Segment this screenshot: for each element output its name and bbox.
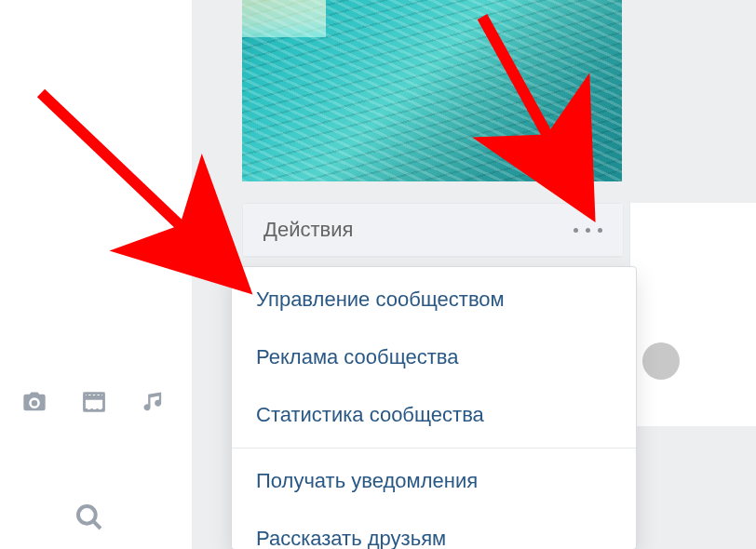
avatar [642,342,680,380]
panel-gap [192,0,210,549]
actions-button[interactable]: Действия [243,204,623,257]
right-column [629,203,756,426]
dropdown-item-manage[interactable]: Управление сообществом [232,267,636,328]
camera-icon[interactable] [20,389,48,419]
svg-line-2 [94,522,101,529]
dropdown-separator [232,448,636,449]
video-icon[interactable] [80,389,108,419]
dropdown-item-stats[interactable]: Статистика сообщества [232,386,636,444]
actions-block: Действия [242,203,624,258]
music-icon[interactable] [140,389,168,419]
left-panel [0,0,210,549]
cover-highlight [242,0,326,37]
dropdown-item-advert[interactable]: Реклама сообщества [232,328,636,386]
svg-point-1 [78,506,96,524]
search-icon[interactable] [74,502,104,536]
dropdown-item-notify[interactable]: Получать уведомления [232,452,636,510]
actions-dropdown: Управление сообществом Реклама сообществ… [231,266,637,549]
media-toolbar [20,389,168,419]
more-icon[interactable] [574,228,602,233]
actions-label: Действия [263,218,353,242]
dropdown-item-share[interactable]: Рассказать друзьям [232,510,636,549]
